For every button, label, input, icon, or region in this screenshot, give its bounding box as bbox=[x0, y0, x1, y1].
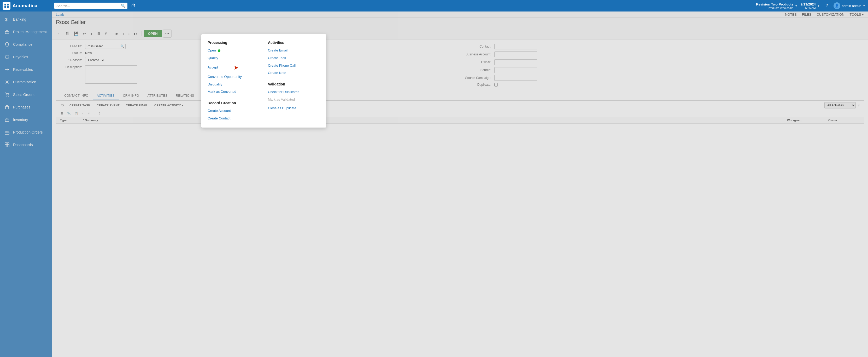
close-as-duplicate-label: Close as Duplicate bbox=[268, 106, 296, 110]
dropdown-left-col: Processing Open Qualify Accept ➤ Convert… bbox=[208, 39, 259, 122]
menu-item-create-phone-call[interactable]: Create Phone Call bbox=[268, 62, 320, 69]
search-bar: 🔍 bbox=[54, 3, 127, 9]
disqualify-label: Disqualify bbox=[208, 82, 222, 86]
record-creation-title: Record Creation bbox=[208, 101, 259, 105]
svg-rect-1 bbox=[7, 4, 9, 5]
top-navbar: Acumatica 🔍 ⏱ Revision Two Products Prod… bbox=[0, 0, 868, 11]
date-selector[interactable]: 9/13/2024 5:25 AM ▼ bbox=[801, 2, 820, 9]
menu-item-convert-to-opportunity[interactable]: Convert to Opportunity bbox=[208, 73, 259, 81]
create-note-label: Create Note bbox=[268, 71, 286, 75]
company-sub: Products Wholesale bbox=[756, 6, 793, 9]
search-icon[interactable]: 🔍 bbox=[121, 4, 125, 8]
dropdown-right-col: Activities Create Email Create Task Crea… bbox=[268, 39, 320, 122]
help-button[interactable]: ? bbox=[823, 2, 830, 9]
overlay bbox=[0, 11, 868, 357]
check-duplicates-label: Check for Duplicates bbox=[268, 90, 299, 94]
accept-label: Accept bbox=[208, 65, 218, 70]
menu-item-qualify[interactable]: Qualify bbox=[208, 54, 259, 62]
date-value: 9/13/2024 bbox=[801, 2, 816, 6]
validation-title: Validation bbox=[268, 82, 320, 86]
menu-item-mark-as-validated: Mark as Validated bbox=[268, 96, 295, 103]
menu-item-accept[interactable]: Accept ➤ bbox=[208, 62, 259, 73]
company-name: Revision Two Products bbox=[756, 2, 793, 6]
menu-item-create-email[interactable]: Create Email bbox=[268, 47, 320, 54]
create-task-label: Create Task bbox=[268, 56, 286, 60]
create-account-label: Create Account bbox=[208, 109, 231, 113]
menu-item-create-note[interactable]: Create Note bbox=[268, 69, 320, 77]
company-selector[interactable]: Revision Two Products Products Wholesale… bbox=[756, 2, 798, 9]
arrow-icon: ➤ bbox=[234, 63, 239, 72]
create-phone-call-label: Create Phone Call bbox=[268, 63, 296, 67]
user-avatar-icon: 👤 bbox=[834, 2, 840, 9]
svg-rect-0 bbox=[4, 4, 6, 5]
date-chevron-icon: ▼ bbox=[817, 4, 820, 7]
search-input[interactable] bbox=[56, 4, 119, 8]
logo-area: Acumatica bbox=[3, 2, 52, 10]
user-chevron-icon: ▼ bbox=[863, 4, 865, 7]
history-button[interactable]: ⏱ bbox=[129, 2, 137, 10]
menu-item-open[interactable]: Open bbox=[208, 47, 259, 54]
menu-item-mark-as-converted[interactable]: Mark as Converted bbox=[208, 88, 259, 96]
menu-item-create-account[interactable]: Create Account bbox=[208, 107, 231, 115]
time-value: 5:25 AM bbox=[801, 6, 816, 9]
menu-item-create-contact[interactable]: Create Contact bbox=[208, 115, 230, 122]
mark-as-validated-label: Mark as Validated bbox=[268, 97, 295, 101]
svg-rect-3 bbox=[7, 6, 9, 8]
menu-item-disqualify[interactable]: Disqualify bbox=[208, 81, 259, 88]
menu-item-create-task[interactable]: Create Task bbox=[268, 54, 320, 62]
nav-right: Revision Two Products Products Wholesale… bbox=[756, 2, 865, 9]
company-info: Revision Two Products Products Wholesale bbox=[756, 2, 793, 9]
open-label: Open bbox=[208, 48, 216, 52]
activities-title: Activities bbox=[268, 40, 320, 45]
processing-title: Processing bbox=[208, 40, 259, 45]
menu-item-check-duplicates[interactable]: Check for Duplicates bbox=[268, 88, 299, 96]
svg-rect-2 bbox=[4, 6, 6, 8]
user-area[interactable]: 👤 admin admin ▼ bbox=[834, 2, 865, 9]
open-status-dot bbox=[218, 50, 220, 52]
convert-label: Convert to Opportunity bbox=[208, 75, 242, 79]
company-chevron-icon: ▼ bbox=[795, 4, 798, 7]
menu-item-close-as-duplicate[interactable]: Close as Duplicate bbox=[268, 105, 296, 112]
dropdown-menu: Processing Open Qualify Accept ➤ Convert… bbox=[201, 34, 327, 128]
create-contact-label: Create Contact bbox=[208, 116, 230, 120]
logo-icon[interactable] bbox=[3, 2, 10, 10]
user-name: admin admin bbox=[842, 4, 861, 8]
logo-text: Acumatica bbox=[12, 3, 38, 9]
qualify-label: Qualify bbox=[208, 56, 218, 60]
create-email-label: Create Email bbox=[268, 48, 287, 52]
mark-as-converted-label: Mark as Converted bbox=[208, 90, 236, 94]
date-info: 9/13/2024 5:25 AM bbox=[801, 2, 816, 9]
